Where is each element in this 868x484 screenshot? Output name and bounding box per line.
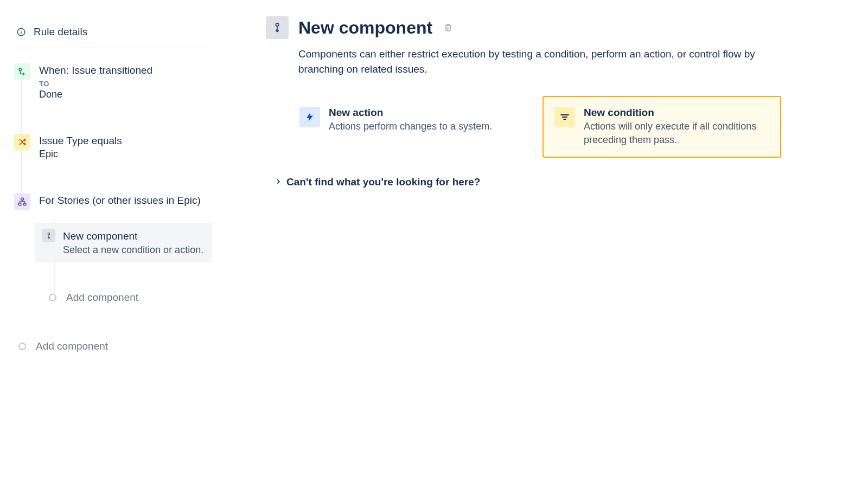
rule-details-link[interactable]: Rule details — [11, 22, 212, 48]
option-new-condition[interactable]: New condition Actions will only execute … — [542, 96, 781, 158]
connector-line — [21, 80, 22, 133]
option-desc: Actions perform changes to a system. — [329, 120, 492, 133]
page-header: New component — [266, 16, 781, 39]
add-circle-icon — [18, 343, 26, 350]
step-subtitle: Select a new condition or action. — [63, 244, 204, 256]
add-component-label: Add component — [36, 340, 108, 352]
page-title: New component — [298, 18, 432, 38]
branch-icon — [14, 193, 30, 210]
info-icon — [16, 27, 26, 37]
step-title: When: Issue transitioned — [39, 63, 208, 78]
cant-find-expander[interactable]: Can't find what you're looking for here? — [275, 176, 781, 188]
chevron-right-icon — [275, 176, 282, 188]
option-new-action[interactable]: New action Actions perform changes to a … — [288, 96, 526, 158]
shuffle-icon — [14, 134, 30, 150]
step-subvalue: Epic — [39, 149, 208, 160]
rule-steps-list: When: Issue transitioned TO Done Issue T… — [11, 60, 212, 354]
nested-branch-steps: New component Select a new condition or … — [35, 223, 212, 306]
rule-details-label: Rule details — [34, 26, 87, 38]
svg-point-9 — [48, 237, 49, 238]
step-sublabel: TO — [39, 80, 208, 88]
add-component-label: Add component — [66, 292, 138, 304]
option-title: New condition — [584, 107, 769, 119]
svg-point-7 — [48, 233, 50, 235]
svg-point-12 — [276, 30, 278, 32]
trigger-icon — [14, 63, 30, 80]
step-branch[interactable]: For Stories (or other issues in Epic) — [13, 190, 212, 213]
add-component-nested[interactable]: Add component — [48, 289, 212, 306]
step-subvalue: Done — [39, 89, 208, 100]
step-title: Issue Type equals — [39, 134, 208, 148]
cant-find-label: Can't find what you're looking for here? — [286, 176, 480, 188]
page-description: Components can either restrict execution… — [298, 47, 781, 76]
lightning-icon — [299, 107, 320, 127]
svg-rect-4 — [21, 198, 24, 201]
step-trigger[interactable]: When: Issue transitioned TO Done — [13, 60, 212, 104]
add-circle-icon — [49, 294, 56, 301]
step-title: New component — [63, 229, 204, 243]
option-desc: Actions will only execute if all conditi… — [584, 120, 769, 147]
option-title: New action — [329, 107, 492, 119]
delete-button[interactable] — [442, 22, 454, 34]
step-new-component[interactable]: New component Select a new condition or … — [35, 223, 212, 262]
main-panel: New component Components can either rest… — [217, 0, 868, 484]
svg-rect-5 — [18, 203, 21, 205]
connector-line — [21, 150, 22, 193]
step-condition[interactable]: Issue Type equals Epic — [13, 131, 212, 164]
component-icon — [266, 16, 289, 39]
rule-sidebar: Rule details When: Issue transitioned TO… — [0, 0, 217, 484]
filter-icon — [554, 107, 575, 127]
svg-rect-6 — [23, 203, 26, 205]
component-icon — [42, 229, 55, 242]
component-type-options: New action Actions perform changes to a … — [288, 96, 781, 158]
svg-point-10 — [276, 23, 279, 27]
svg-point-2 — [21, 30, 22, 31]
step-title: For Stories (or other issues in Epic) — [39, 193, 208, 208]
add-component-root[interactable]: Add component — [17, 338, 212, 354]
svg-point-3 — [19, 68, 22, 71]
